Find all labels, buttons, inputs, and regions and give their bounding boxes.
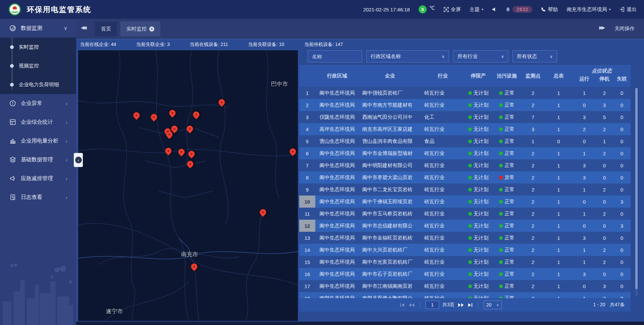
pagination-controls: 共3页 20 ∨ — [400, 301, 502, 309]
sidebar-subitem[interactable]: 视频监控 — [0, 56, 76, 75]
close-operations-button[interactable]: 关闭操作 — [614, 25, 635, 32]
table-row[interactable]: 14阆中生态环境局阆中大兴页岩机砖厂砖瓦行业无计划正常21120 — [299, 244, 631, 256]
cell-stopped-count: 0 — [596, 232, 613, 244]
cell-facility-status: 正常 — [492, 159, 522, 171]
status-dot-icon — [468, 115, 472, 119]
tab-close-icon[interactable]: × — [149, 26, 154, 32]
sidebar-item-2[interactable]: 企业综合统计‹ — [0, 113, 76, 131]
app-logo — [9, 3, 21, 15]
sidebar-collapse-button[interactable]: ‹ — [74, 153, 83, 167]
cell-monitor-count: 2 — [522, 171, 544, 183]
col-header-company: 企业 — [359, 65, 421, 87]
table-row[interactable]: 18南部生态环境局南部县双佛土陶有限公砖瓦行业无计划正常21120 — [299, 292, 631, 298]
help-button[interactable]: 帮助 — [541, 6, 558, 13]
sidebar-submenu: 实时监控视频监控企业电力负荷明细 — [0, 38, 76, 94]
name-filter-input[interactable] — [308, 50, 362, 62]
cell-industry: 砖瓦行业 — [421, 220, 465, 232]
sidebar-subitem[interactable]: 企业电力负荷明细 — [0, 75, 76, 94]
page-number-input[interactable] — [426, 301, 439, 309]
status-dot-icon — [499, 164, 503, 167]
pager-last-button[interactable] — [467, 303, 473, 307]
sidebar-item-5[interactable]: 应急减排管理‹ — [0, 169, 76, 188]
cell-stopped-count: 5 — [596, 111, 613, 123]
table-row[interactable]: 7阆中生态环境局阆中明阳建材有限公司砖瓦行业无计划正常21300 — [299, 159, 631, 171]
cell-region: 阆中生态环境局 — [315, 220, 359, 232]
table-row[interactable]: 1阆中生态环境局阆中强锐页岩砖厂砖瓦行业无计划正常21120 — [299, 87, 631, 99]
table-row[interactable]: 6阆中生态环境局阆中市金博瑞新型墙材砖瓦行业无计划正常21120 — [299, 147, 631, 159]
tabs-scroll-right-button[interactable]: ▶▶ — [599, 25, 604, 30]
table-row[interactable]: 10阆中生态环境局阆中千佛镇五郎垭页岩砖瓦行业无计划正常21003 — [299, 196, 631, 208]
city-label: 遂宁市 — [106, 308, 123, 315]
cell-facility-status: 正常 — [492, 256, 522, 268]
table-row[interactable]: 9阆中生态环境局阆中市二龙长宝页岩砖砖瓦行业无计划正常21120 — [299, 183, 631, 196]
cell-monitor-count: 2 — [522, 280, 544, 292]
tab-realtime-monitor[interactable]: 实时监控 × — [120, 21, 160, 37]
cell-index: 9 — [299, 183, 315, 196]
filter-bar: 行政区域名称 ∨ 所有行业 ∨ 所有状态 ∨ — [308, 50, 557, 62]
table-row[interactable]: 17阆中生态环境局阆中市江南镇阆南页岩砖瓦行业无计划正常21030 — [299, 280, 631, 292]
chevron-left-icon: ‹ — [66, 157, 67, 162]
table-scrollbar[interactable] — [635, 88, 638, 296]
table-row[interactable]: 5营山生态环境局营山县润丰肉食品有限食品无计划正常10010 — [299, 135, 631, 147]
logo-emblem-icon — [13, 6, 17, 9]
table-row[interactable]: 8阆中生态环境局阆中市枣碧大梁山页岩砖瓦行业无计划异常21300 — [299, 171, 631, 183]
pager-prev-button[interactable] — [409, 303, 415, 307]
cell-facility-status: 正常 — [492, 208, 522, 220]
status-dot-icon — [468, 188, 472, 192]
cell-index: 10 — [299, 196, 315, 208]
status-dot-icon — [499, 212, 503, 216]
mute-button[interactable] — [492, 7, 497, 12]
table-row[interactable]: 16阆中生态环境局阆中市石子页岩机砖厂砖瓦行业无计划正常21300 — [299, 268, 631, 280]
cell-index: 15 — [299, 256, 315, 268]
table-row[interactable]: 2阆中生态环境局阆中市南方节能建材有砖瓦行业无计划正常21030 — [299, 99, 631, 111]
cell-stop-status: 无计划 — [465, 292, 492, 298]
map-panel[interactable]: 巴中市南充市遂宁市 — [78, 50, 298, 321]
scrollbar-thumb[interactable] — [635, 88, 638, 289]
cell-monitor-count: 2 — [522, 220, 544, 232]
megaphone-icon — [9, 175, 16, 182]
cell-run-count: 1 — [573, 208, 596, 220]
cell-monitor-count: 2 — [522, 244, 544, 256]
cell-monitor-count: 2 — [522, 256, 544, 268]
tabs-scroll-left-button[interactable]: ◀◀ — [81, 25, 86, 30]
pager-first-button[interactable] — [400, 303, 405, 307]
sidebar-item-6[interactable]: 日志查看‹ — [0, 188, 76, 207]
bell-icon — [505, 7, 511, 12]
cell-industry: 砖瓦行业 — [421, 87, 465, 99]
page-size-select[interactable]: 20 ∨ — [484, 301, 502, 309]
map-roads — [78, 50, 298, 321]
table-row[interactable]: 12阆中生态环境局阆中市忠信建材有限公砖瓦行业无计划正常21003 — [299, 220, 631, 232]
total-pages-label: 共3页 — [442, 302, 454, 308]
theme-dropdown[interactable]: 主题 ▾ — [470, 6, 484, 13]
pager-next-button[interactable] — [458, 303, 464, 307]
chevron-down-icon: ∨ — [64, 25, 67, 31]
sidebar-item-4[interactable]: 基础数据管理‹ — [0, 150, 76, 169]
cell-meter-count: 1 — [544, 87, 573, 99]
cell-run-count: 1 — [573, 256, 596, 268]
status-filter-select[interactable]: 所有状态 ∨ — [513, 50, 557, 62]
table-row[interactable]: 4高坪生态环境局南充市高坪区王家店建砖瓦行业无计划正常31220 — [299, 123, 631, 135]
chevron-down-icon: ▾ — [609, 8, 611, 11]
table-row[interactable]: 13阆中生态环境局阆中市金福旺页岩机砖砖瓦行业无计划正常21300 — [299, 232, 631, 244]
region-filter-select[interactable]: 行政区域名称 ∨ — [366, 50, 449, 62]
table-row[interactable]: 11阆中生态环境局阆中市五马桥页岩机砖砖瓦行业无计划正常21120 — [299, 208, 631, 220]
industry-filter-select[interactable]: 所有行业 ∨ — [453, 50, 508, 62]
sidebar-item-1[interactable]: 企业异常‹ — [0, 94, 76, 113]
cell-run-count: 0 — [573, 220, 596, 232]
status-dot-icon — [468, 236, 472, 240]
cell-company: 南充市高坪区王家店建 — [359, 123, 421, 135]
chevron-left-icon: ‹ — [66, 101, 67, 106]
sidebar-item-label: 企业异常 — [21, 100, 42, 107]
org-dropdown[interactable]: 南充市生态环境局 ▾ — [567, 6, 611, 13]
sidebar-item-0[interactable]: 数据监测∨ — [0, 19, 76, 38]
fullscreen-button[interactable]: 全屏 — [444, 6, 461, 13]
sidebar-subitem[interactable]: 实时监控 — [0, 38, 76, 56]
notifications-button[interactable]: 2632 — [505, 6, 532, 13]
table-row[interactable]: 15阆中生态环境局阆中市光富页岩机砖厂砖瓦行业无计划正常21120 — [299, 256, 631, 268]
logout-button[interactable]: 退出 — [620, 6, 637, 13]
table-row[interactable]: 3仪陇生态环境局西南油气田分公司川中化工无计划正常71350 — [299, 111, 631, 123]
tab-home[interactable]: 首页 — [95, 21, 117, 37]
sidebar-item-3[interactable]: 企业用电量分析‹ — [0, 131, 76, 150]
alert-icon — [9, 100, 16, 107]
status-dot-icon — [499, 115, 503, 119]
